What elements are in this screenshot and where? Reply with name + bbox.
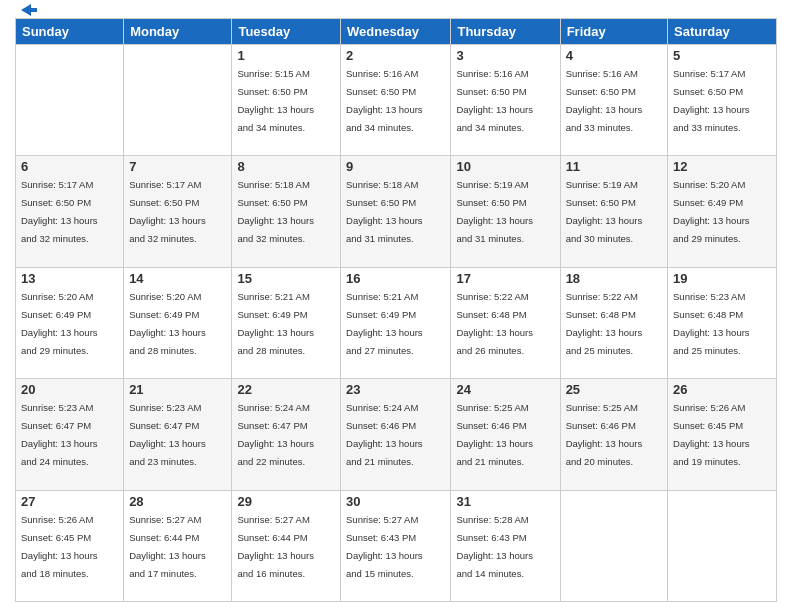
calendar-cell: 6Sunrise: 5:17 AM Sunset: 6:50 PM Daylig… <box>16 156 124 267</box>
col-header-sunday: Sunday <box>16 19 124 45</box>
day-info: Sunrise: 5:16 AM Sunset: 6:50 PM Dayligh… <box>346 68 423 133</box>
calendar-cell: 5Sunrise: 5:17 AM Sunset: 6:50 PM Daylig… <box>668 45 777 156</box>
calendar-cell: 29Sunrise: 5:27 AM Sunset: 6:44 PM Dayli… <box>232 490 341 601</box>
day-number: 18 <box>566 271 662 286</box>
day-info: Sunrise: 5:26 AM Sunset: 6:45 PM Dayligh… <box>673 402 750 467</box>
day-info: Sunrise: 5:21 AM Sunset: 6:49 PM Dayligh… <box>237 291 314 356</box>
day-info: Sunrise: 5:19 AM Sunset: 6:50 PM Dayligh… <box>566 179 643 244</box>
day-number: 3 <box>456 48 554 63</box>
calendar-cell <box>124 45 232 156</box>
day-number: 6 <box>21 159 118 174</box>
day-info: Sunrise: 5:27 AM Sunset: 6:43 PM Dayligh… <box>346 514 423 579</box>
day-info: Sunrise: 5:24 AM Sunset: 6:47 PM Dayligh… <box>237 402 314 467</box>
calendar-cell: 21Sunrise: 5:23 AM Sunset: 6:47 PM Dayli… <box>124 379 232 490</box>
calendar-table: SundayMondayTuesdayWednesdayThursdayFrid… <box>15 18 777 602</box>
calendar-cell: 4Sunrise: 5:16 AM Sunset: 6:50 PM Daylig… <box>560 45 667 156</box>
day-info: Sunrise: 5:17 AM Sunset: 6:50 PM Dayligh… <box>21 179 98 244</box>
calendar-cell: 12Sunrise: 5:20 AM Sunset: 6:49 PM Dayli… <box>668 156 777 267</box>
day-number: 9 <box>346 159 445 174</box>
day-info: Sunrise: 5:16 AM Sunset: 6:50 PM Dayligh… <box>456 68 533 133</box>
calendar-cell <box>560 490 667 601</box>
col-header-friday: Friday <box>560 19 667 45</box>
calendar-cell: 20Sunrise: 5:23 AM Sunset: 6:47 PM Dayli… <box>16 379 124 490</box>
week-row-4: 20Sunrise: 5:23 AM Sunset: 6:47 PM Dayli… <box>16 379 777 490</box>
day-info: Sunrise: 5:17 AM Sunset: 6:50 PM Dayligh… <box>673 68 750 133</box>
day-number: 19 <box>673 271 771 286</box>
day-info: Sunrise: 5:21 AM Sunset: 6:49 PM Dayligh… <box>346 291 423 356</box>
col-header-wednesday: Wednesday <box>341 19 451 45</box>
calendar-cell: 1Sunrise: 5:15 AM Sunset: 6:50 PM Daylig… <box>232 45 341 156</box>
calendar-cell: 27Sunrise: 5:26 AM Sunset: 6:45 PM Dayli… <box>16 490 124 601</box>
day-number: 29 <box>237 494 335 509</box>
col-header-thursday: Thursday <box>451 19 560 45</box>
day-info: Sunrise: 5:19 AM Sunset: 6:50 PM Dayligh… <box>456 179 533 244</box>
calendar-cell: 10Sunrise: 5:19 AM Sunset: 6:50 PM Dayli… <box>451 156 560 267</box>
day-number: 4 <box>566 48 662 63</box>
day-number: 30 <box>346 494 445 509</box>
day-number: 5 <box>673 48 771 63</box>
day-info: Sunrise: 5:20 AM Sunset: 6:49 PM Dayligh… <box>673 179 750 244</box>
day-number: 26 <box>673 382 771 397</box>
calendar-cell: 22Sunrise: 5:24 AM Sunset: 6:47 PM Dayli… <box>232 379 341 490</box>
day-info: Sunrise: 5:25 AM Sunset: 6:46 PM Dayligh… <box>566 402 643 467</box>
day-number: 27 <box>21 494 118 509</box>
day-number: 14 <box>129 271 226 286</box>
day-number: 25 <box>566 382 662 397</box>
day-number: 15 <box>237 271 335 286</box>
calendar-cell: 23Sunrise: 5:24 AM Sunset: 6:46 PM Dayli… <box>341 379 451 490</box>
day-info: Sunrise: 5:26 AM Sunset: 6:45 PM Dayligh… <box>21 514 98 579</box>
day-number: 24 <box>456 382 554 397</box>
day-number: 28 <box>129 494 226 509</box>
week-row-1: 1Sunrise: 5:15 AM Sunset: 6:50 PM Daylig… <box>16 45 777 156</box>
calendar-cell: 19Sunrise: 5:23 AM Sunset: 6:48 PM Dayli… <box>668 267 777 378</box>
svg-marker-0 <box>21 4 37 16</box>
calendar-cell: 2Sunrise: 5:16 AM Sunset: 6:50 PM Daylig… <box>341 45 451 156</box>
day-info: Sunrise: 5:27 AM Sunset: 6:44 PM Dayligh… <box>237 514 314 579</box>
calendar-cell: 9Sunrise: 5:18 AM Sunset: 6:50 PM Daylig… <box>341 156 451 267</box>
day-info: Sunrise: 5:24 AM Sunset: 6:46 PM Dayligh… <box>346 402 423 467</box>
calendar-cell <box>16 45 124 156</box>
day-number: 20 <box>21 382 118 397</box>
day-number: 16 <box>346 271 445 286</box>
week-row-3: 13Sunrise: 5:20 AM Sunset: 6:49 PM Dayli… <box>16 267 777 378</box>
day-number: 22 <box>237 382 335 397</box>
day-number: 10 <box>456 159 554 174</box>
day-info: Sunrise: 5:17 AM Sunset: 6:50 PM Dayligh… <box>129 179 206 244</box>
day-number: 12 <box>673 159 771 174</box>
day-info: Sunrise: 5:16 AM Sunset: 6:50 PM Dayligh… <box>566 68 643 133</box>
logo-arrow-icon <box>17 0 37 20</box>
day-info: Sunrise: 5:18 AM Sunset: 6:50 PM Dayligh… <box>346 179 423 244</box>
day-info: Sunrise: 5:23 AM Sunset: 6:47 PM Dayligh… <box>21 402 98 467</box>
calendar-cell: 15Sunrise: 5:21 AM Sunset: 6:49 PM Dayli… <box>232 267 341 378</box>
day-info: Sunrise: 5:28 AM Sunset: 6:43 PM Dayligh… <box>456 514 533 579</box>
day-info: Sunrise: 5:23 AM Sunset: 6:47 PM Dayligh… <box>129 402 206 467</box>
day-info: Sunrise: 5:20 AM Sunset: 6:49 PM Dayligh… <box>129 291 206 356</box>
day-number: 17 <box>456 271 554 286</box>
calendar-cell: 8Sunrise: 5:18 AM Sunset: 6:50 PM Daylig… <box>232 156 341 267</box>
page: SundayMondayTuesdayWednesdayThursdayFrid… <box>0 0 792 612</box>
day-number: 2 <box>346 48 445 63</box>
col-header-saturday: Saturday <box>668 19 777 45</box>
day-number: 23 <box>346 382 445 397</box>
day-number: 7 <box>129 159 226 174</box>
week-row-5: 27Sunrise: 5:26 AM Sunset: 6:45 PM Dayli… <box>16 490 777 601</box>
calendar-cell <box>668 490 777 601</box>
calendar-cell: 31Sunrise: 5:28 AM Sunset: 6:43 PM Dayli… <box>451 490 560 601</box>
calendar-cell: 17Sunrise: 5:22 AM Sunset: 6:48 PM Dayli… <box>451 267 560 378</box>
day-info: Sunrise: 5:15 AM Sunset: 6:50 PM Dayligh… <box>237 68 314 133</box>
calendar-cell: 14Sunrise: 5:20 AM Sunset: 6:49 PM Dayli… <box>124 267 232 378</box>
day-info: Sunrise: 5:23 AM Sunset: 6:48 PM Dayligh… <box>673 291 750 356</box>
col-header-tuesday: Tuesday <box>232 19 341 45</box>
day-number: 21 <box>129 382 226 397</box>
calendar-cell: 11Sunrise: 5:19 AM Sunset: 6:50 PM Dayli… <box>560 156 667 267</box>
calendar-cell: 30Sunrise: 5:27 AM Sunset: 6:43 PM Dayli… <box>341 490 451 601</box>
day-info: Sunrise: 5:22 AM Sunset: 6:48 PM Dayligh… <box>456 291 533 356</box>
day-info: Sunrise: 5:20 AM Sunset: 6:49 PM Dayligh… <box>21 291 98 356</box>
day-info: Sunrise: 5:25 AM Sunset: 6:46 PM Dayligh… <box>456 402 533 467</box>
day-info: Sunrise: 5:18 AM Sunset: 6:50 PM Dayligh… <box>237 179 314 244</box>
day-number: 1 <box>237 48 335 63</box>
week-row-2: 6Sunrise: 5:17 AM Sunset: 6:50 PM Daylig… <box>16 156 777 267</box>
calendar-cell: 7Sunrise: 5:17 AM Sunset: 6:50 PM Daylig… <box>124 156 232 267</box>
calendar-cell: 13Sunrise: 5:20 AM Sunset: 6:49 PM Dayli… <box>16 267 124 378</box>
day-info: Sunrise: 5:27 AM Sunset: 6:44 PM Dayligh… <box>129 514 206 579</box>
